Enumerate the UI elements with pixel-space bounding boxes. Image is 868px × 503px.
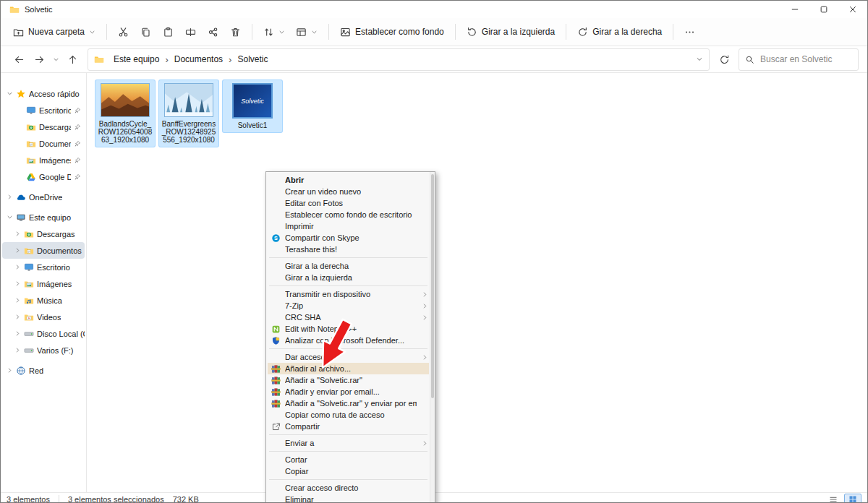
rename-button[interactable] (180, 23, 201, 41)
sidebar-item-ima-genes[interactable]: Imágenes (2, 275, 85, 292)
refresh-button[interactable] (715, 50, 733, 69)
gdrive-icon (26, 172, 36, 182)
new-folder-button[interactable]: Nueva carpeta (8, 23, 101, 41)
breadcrumb-item-este-equipo[interactable]: Este equipo (109, 52, 164, 66)
sidebar-item-descargas[interactable]: Descargas (2, 119, 85, 135)
refresh-icon (719, 54, 730, 65)
breadcrumb-item-documentos[interactable]: Documentos (169, 52, 228, 66)
recent-locations-button[interactable] (50, 50, 61, 69)
submenu-arrow-icon (420, 440, 428, 447)
sidebar-item-red[interactable]: Red (2, 362, 85, 379)
forward-button[interactable] (30, 50, 48, 69)
rotate-left-button[interactable]: Girar a la izquierda (461, 23, 560, 41)
red-arrow-annotation (312, 316, 358, 377)
menu-item-eliminar[interactable]: Eliminar (268, 494, 429, 503)
menu-item-label: Crear acceso directo (285, 483, 417, 492)
menu-item-girar-a-la-derecha[interactable]: Girar a la derecha (268, 260, 429, 272)
sidebar-item-disco-local-c[interactable]: Disco Local (C:) (2, 325, 85, 342)
cut-icon (118, 27, 129, 38)
submenu-arrow-icon (420, 303, 428, 309)
sidebar-item-videos[interactable]: Videos (2, 309, 85, 325)
address-box[interactable]: Este equipo›Documentos›Solvetic (88, 48, 710, 71)
menu-item-girar-a-la-izquierda[interactable]: Girar a la izquierda (268, 272, 429, 283)
menu-item-7-zip[interactable]: 7-Zip (268, 300, 429, 311)
menu-item-crear-acceso-directo[interactable]: Crear acceso directo (268, 482, 429, 494)
chevron-down-icon (278, 29, 285, 35)
menu-item-copiar[interactable]: Copiar (268, 465, 429, 477)
cut-button[interactable] (113, 23, 134, 41)
sidebar-item-google-drive[interactable]: Google Drive (2, 168, 85, 185)
sidebar-item-onedrive[interactable]: OneDrive (2, 189, 85, 205)
address-bar: Este equipo›Documentos›Solvetic (1, 46, 867, 73)
menu-separator (269, 434, 427, 435)
menu-item-copiar-como-ruta-de-acceso[interactable]: Copiar como ruta de acceso (268, 409, 429, 421)
sidebar-item-label: Google Drive (39, 173, 71, 181)
menu-item-enviar-a[interactable]: Enviar a (268, 437, 429, 449)
context-menu-scrollbar[interactable] (430, 172, 435, 503)
menu-item-label: Eliminar (285, 495, 417, 503)
menu-item-editar-con-fotos[interactable]: Editar con Fotos (268, 197, 429, 209)
sidebar-item-label: Disco Local (C:) (37, 330, 85, 338)
maximize-button[interactable] (809, 1, 838, 18)
thumbnail-text: Solvetic (241, 98, 264, 105)
sidebar-item-documentos[interactable]: Documentos (2, 242, 85, 259)
paste-button[interactable] (158, 23, 179, 41)
copy-icon (140, 27, 151, 38)
file-item-solvetic1[interactable]: SolveticSolvetic1 (223, 80, 282, 132)
details-view-button[interactable] (825, 494, 842, 503)
file-thumbnail: Solvetic (232, 83, 273, 119)
back-button[interactable] (9, 50, 28, 69)
menu-item-compartir[interactable]: Compartir (268, 421, 429, 432)
sidebar-item-documentos[interactable]: Documentos (2, 135, 85, 152)
menu-item-compartir-con-skype[interactable]: SCompartir con Skype (268, 232, 429, 244)
sidebar-item-varios-f[interactable]: Varios (F:) (2, 342, 85, 358)
more-options-button[interactable] (679, 23, 700, 41)
rotate-right-button[interactable]: Girar a la derecha (572, 23, 667, 41)
up-button[interactable] (63, 50, 82, 69)
delete-button[interactable] (225, 23, 246, 41)
menu-item-imprimir[interactable]: Imprimir (268, 220, 429, 232)
view-button[interactable] (291, 23, 323, 41)
menu-item-cortar[interactable]: Cortar (268, 454, 429, 465)
sort-button[interactable] (258, 23, 290, 41)
share-button[interactable] (203, 23, 224, 41)
menu-item-establecer-como-fondo-de-escritorio[interactable]: Establecer como fondo de escritorio (268, 209, 429, 220)
breadcrumb-item-solvetic[interactable]: Solvetic (232, 52, 273, 66)
sidebar-item-acceso-ra-pido[interactable]: Acceso rápido (2, 85, 85, 102)
share-menu-icon (269, 422, 282, 431)
sidebar-item-label: Este equipo (29, 213, 71, 222)
music-icon (24, 296, 34, 306)
sidebar-item-ima-genes[interactable]: Imágenes (2, 152, 85, 168)
minimize-button[interactable] (780, 1, 809, 18)
menu-item-terashare-this[interactable]: Terashare this! (268, 244, 429, 255)
menu-item-label: Copiar como ruta de acceso (285, 410, 417, 419)
search-input[interactable] (759, 53, 852, 65)
close-button[interactable] (838, 1, 867, 18)
set-background-button[interactable]: Establecer como fondo (335, 23, 449, 41)
scrollbar-thumb[interactable] (431, 174, 434, 398)
address-dropdown-icon[interactable] (696, 56, 703, 63)
menu-item-an-adir-a-solvetic-rar-y-enviar-por-email[interactable]: Añadir a "Solvetic.rar" y enviar por ema… (268, 397, 429, 409)
sidebar-item-label: Escritorio (39, 106, 71, 115)
thumbnails-view-button[interactable] (844, 494, 861, 503)
sidebar-item-descargas[interactable]: Descargas (2, 225, 85, 242)
menu-item-label: Girar a la izquierda (285, 273, 417, 282)
paste-icon (163, 27, 174, 38)
sidebar-item-este-equipo[interactable]: Este equipo (2, 209, 85, 225)
menu-item-crear-un-video-nuevo[interactable]: Crear un video nuevo (268, 186, 429, 197)
file-item-banffevergreens-row13248925556-1920x1080[interactable]: BanffEvergreens_ROW13248925556_1920x1080 (159, 80, 218, 147)
winrar-icon (269, 387, 282, 397)
menu-item-label: Girar a la derecha (285, 262, 417, 270)
star-icon (16, 89, 26, 99)
menu-item-transmitir-en-dispositivo[interactable]: Transmitir en dispositivo (268, 288, 429, 300)
menu-item-an-adir-y-enviar-por-email[interactable]: Añadir y enviar por email... (268, 386, 429, 397)
file-item-badlandscycle-row12605400863-1920x1080[interactable]: BadlandsCycle_ROW12605400863_1920x1080 (95, 80, 155, 147)
copy-button[interactable] (135, 23, 156, 41)
menu-item-label: Crear un video nuevo (285, 187, 417, 196)
new-folder-label: Nueva carpeta (28, 27, 85, 37)
rename-icon (185, 27, 196, 38)
menu-item-abrir[interactable]: Abrir (268, 174, 429, 186)
sidebar-item-mu-sica[interactable]: Música (2, 292, 85, 309)
sidebar-item-escritorio[interactable]: Escritorio (2, 102, 85, 119)
sidebar-item-escritorio[interactable]: Escritorio (2, 259, 85, 275)
